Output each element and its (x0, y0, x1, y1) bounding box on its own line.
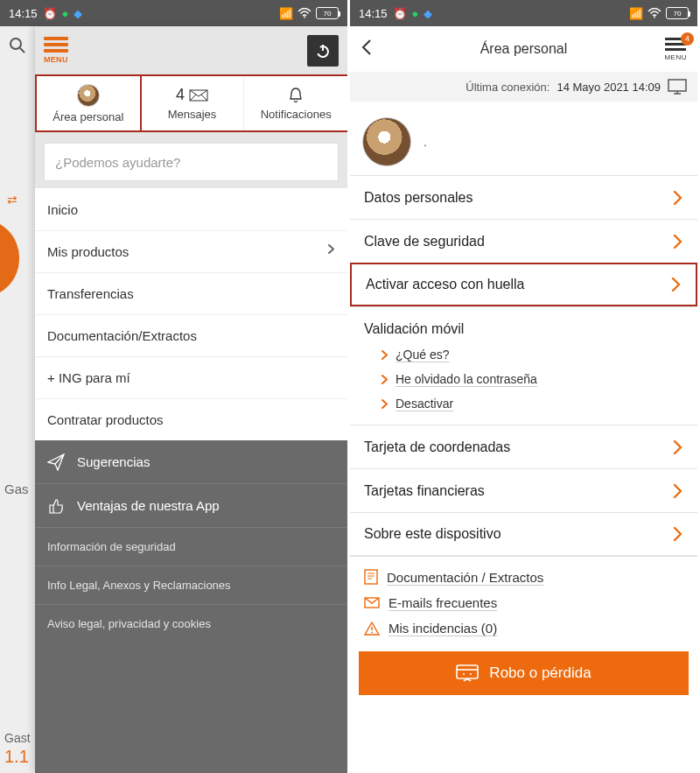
alarm-icon: ⏰ (43, 7, 57, 20)
drawer-tabs: Área personal 4 Mensajes Notificaciones (35, 74, 347, 132)
tab-area-personal[interactable]: Área personal (37, 76, 140, 130)
page-header: Área personal MENU 4 (350, 26, 697, 72)
svg-line-2 (20, 48, 24, 53)
sub-que-es[interactable]: ¿Qué es? (350, 342, 697, 367)
menu-contratar[interactable]: Contratar productos (35, 398, 347, 440)
validacion-movil-block: Validación móvil ¿Qué es? He olvidado la… (350, 306, 697, 425)
power-icon (315, 43, 331, 59)
battery-icon: 70 (666, 7, 689, 19)
chevron-right-icon (673, 440, 683, 454)
quick-links: Documentación / Extractos E-mails frecue… (350, 556, 697, 646)
left-body: ⇄ Gas Gast 1.1 MENU Área personal (0, 26, 347, 773)
status-bar: 14:15 ⏰ ● ◆ 📶 70 (0, 0, 347, 26)
battery-icon: 70 (316, 7, 339, 19)
messages-count: 4 (176, 86, 185, 104)
chevron-right-icon (382, 375, 388, 384)
row-clave-seguridad[interactable]: Clave de seguridad (350, 219, 697, 263)
wifi-icon (648, 8, 662, 18)
tab-label: Área personal (52, 110, 123, 123)
drawer-secondary: Sugerencias Ventajas de nuestra App Info… (35, 440, 347, 773)
menu-sugerencias[interactable]: Sugerencias (35, 440, 347, 484)
thumbs-up-icon (47, 497, 65, 515)
tab-notificaciones[interactable]: Notificaciones (243, 76, 347, 130)
profile-name: . (424, 135, 427, 149)
sub-olvido[interactable]: He olvidado la contraseña (350, 367, 697, 391)
chevron-right-icon (673, 235, 683, 249)
link-emails[interactable]: E-mails frecuentes (364, 595, 683, 610)
menu-ventajas[interactable]: Ventajas de nuestra App (35, 484, 347, 528)
menu-aviso-legal[interactable]: Aviso legal, privacidad y cookies (35, 605, 347, 643)
search-placeholder: ¿Podemos ayudarte? (55, 155, 180, 170)
alarm-icon: ⏰ (393, 7, 407, 20)
row-tarjeta-coordenadas[interactable]: Tarjeta de coordenadas (350, 425, 697, 468)
last-connection-bar: Última conexión: 14 Mayo 2021 14:09 (350, 72, 697, 102)
swap-icon: ⇄ (7, 193, 18, 207)
hamburger-icon (44, 37, 68, 55)
row-tarjetas-financieras[interactable]: Tarjetas financieras (350, 468, 697, 512)
menu-mis-productos[interactable]: Mis productos (35, 230, 347, 272)
menu-info-legal[interactable]: Info Legal, Anexos y Reclamaciones (35, 566, 347, 605)
paper-plane-icon (47, 453, 65, 471)
svg-point-6 (654, 17, 655, 18)
row-datos-personales[interactable]: Datos personales (350, 175, 697, 219)
sub-desactivar[interactable]: Desactivar (350, 391, 697, 416)
svg-point-0 (304, 17, 305, 18)
menu-inicio[interactable]: Inicio (35, 188, 347, 230)
right-screenshot: 14:15 ⏰ ● ◆ 📶 70 Área personal MENU 4 Úl… (350, 0, 700, 773)
whatsapp-icon: ● (62, 7, 69, 20)
svg-rect-10 (365, 570, 377, 584)
chevron-right-icon (673, 484, 683, 498)
envelope-icon (189, 89, 208, 102)
menu-label: MENU (664, 53, 687, 61)
row-activar-huella[interactable]: Activar acceso con huella (350, 263, 697, 306)
status-time: 14:15 (359, 7, 388, 20)
tab-mensajes[interactable]: 4 Mensajes (140, 76, 244, 130)
menu-ing-para-mi[interactable]: + ING para mí (35, 356, 347, 398)
chevron-right-icon (382, 350, 388, 360)
document-icon (364, 569, 378, 585)
left-screenshot: 14:15 ⏰ ● ◆ 📶 70 ⇄ Gas Gast 1.1 MENU (0, 0, 350, 773)
link-incidencias[interactable]: Mis incidencias (0) (364, 621, 683, 636)
settings-list: Datos personales Clave de seguridad Acti… (350, 175, 697, 556)
right-body: Área personal MENU 4 Última conexión: 14… (350, 26, 697, 773)
menu-transferencias[interactable]: Transferencias (35, 272, 347, 314)
search-icon[interactable] (9, 37, 26, 58)
power-button[interactable] (307, 35, 339, 67)
svg-point-1 (10, 39, 21, 49)
status-time: 14:15 (9, 7, 38, 20)
svg-rect-17 (457, 665, 478, 678)
menu-button[interactable]: MENU 4 (664, 38, 687, 61)
tab-label: Mensajes (168, 108, 217, 121)
signal-icon: 📶 (279, 7, 293, 20)
mail-icon (364, 597, 380, 608)
chevron-right-icon (673, 527, 683, 541)
last-connection-label: Última conexión: (466, 81, 550, 94)
row-validacion-movil: Validación móvil (350, 311, 697, 342)
avatar[interactable] (362, 117, 411, 166)
nav-drawer: MENU Área personal 4 Mensajes (35, 26, 347, 773)
signal-icon: 📶 (629, 7, 643, 20)
menu-documentacion[interactable]: Documentación/Extractos (35, 314, 347, 356)
drawer-menu: Inicio Mis productos Transferencias Docu… (35, 188, 347, 440)
link-documentacion[interactable]: Documentación / Extractos (364, 569, 683, 585)
row-sobre-dispositivo[interactable]: Sobre este dispositivo (350, 512, 697, 556)
cta-label: Robo o pérdida (489, 664, 591, 682)
dimmed-background: ⇄ Gas Gast 1.1 (0, 26, 35, 773)
menu-label: MENU (44, 55, 68, 64)
wifi-icon (298, 8, 312, 18)
bell-icon (288, 87, 304, 104)
svg-point-16 (371, 631, 373, 633)
menu-button[interactable]: MENU (44, 37, 68, 64)
svg-point-20 (470, 673, 472, 675)
page-title: Área personal (350, 41, 697, 57)
notification-badge: 4 (681, 32, 694, 46)
avatar-icon (77, 84, 100, 107)
help-search[interactable]: ¿Podemos ayudarte? (44, 143, 339, 181)
cta-robo-perdida[interactable]: Robo o pérdida (359, 651, 689, 695)
card-sad-icon (456, 664, 479, 682)
dot-icon: ◆ (424, 7, 432, 20)
orange-circle (0, 219, 19, 298)
menu-info-seguridad[interactable]: Información de seguridad (35, 528, 347, 566)
chevron-right-icon (328, 244, 335, 259)
status-bar: 14:15 ⏰ ● ◆ 📶 70 (350, 0, 697, 26)
